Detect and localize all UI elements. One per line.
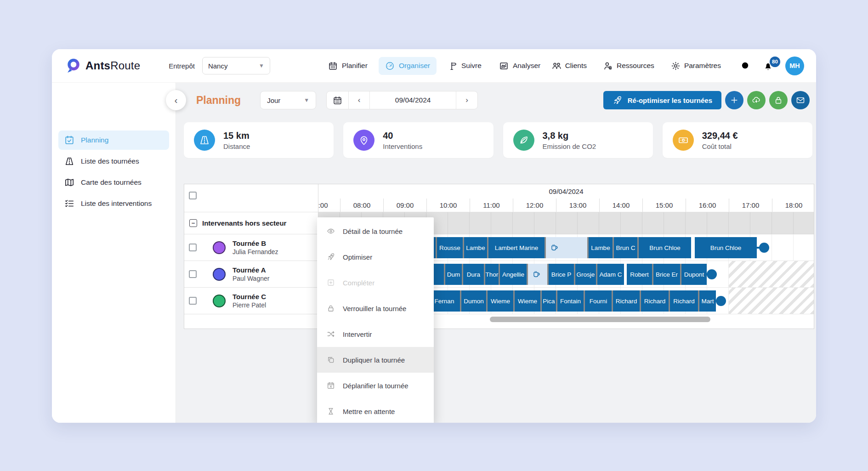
gantt-bar[interactable]: Adam C	[597, 264, 624, 285]
nav-item-parametres[interactable]: Paramètres	[671, 61, 721, 71]
sidebar-item-liste-des-tournees[interactable]: Liste des tournées	[58, 152, 169, 171]
gantt-bar[interactable]: Lambe	[589, 237, 613, 258]
gantt-bar[interactable]: Thor	[485, 264, 499, 285]
tour-name: Tournée B	[233, 239, 278, 247]
add-button[interactable]	[725, 91, 743, 109]
main-content: ‹ Planning Jour ▼ ‹ 09/04/2024 › Ré-opti…	[176, 83, 816, 423]
brand-text: AntsRoute	[85, 59, 140, 72]
route-end-marker[interactable]	[707, 269, 717, 279]
menu-item-optimiser[interactable]: Optimiser	[317, 244, 434, 270]
gantt-bar[interactable]: Rousse	[437, 237, 463, 258]
gantt-table: − Intervenants hors secteur Tournée BJul…	[184, 184, 814, 329]
tour-row-label: Tournée CPierre Patel	[184, 288, 318, 314]
gantt-bar-label: Grosje	[577, 271, 595, 278]
gantt-bar-label: Dumon	[464, 298, 484, 305]
route-end-marker[interactable]	[716, 296, 726, 306]
lock-tours-button[interactable]	[769, 91, 788, 109]
sidebar-item-carte-des-tournees[interactable]: Carte des tournées	[58, 173, 169, 192]
tour-row-label: Tournée BJulia Fernandez	[184, 234, 318, 261]
gantt-bar[interactable]: Dura	[463, 264, 484, 285]
antsroute-logo-icon	[65, 57, 81, 74]
notification-badge: 80	[770, 57, 780, 67]
sidebar-item-planning[interactable]: Planning	[58, 131, 169, 150]
nav-item-label: Suivre	[461, 62, 482, 70]
collapse-sidebar-button[interactable]: ‹	[166, 90, 186, 110]
gantt-bar[interactable]: Lambe	[464, 237, 487, 258]
gantt-bar[interactable]: Fontain	[557, 290, 584, 312]
gantt-break[interactable]	[528, 264, 547, 285]
timeline-hours-header: 07:0008:0009:0010:0011:0012:0013:0014:00…	[318, 199, 814, 212]
sidebar-item-label: Planning	[81, 136, 108, 144]
gantt-bar[interactable]: Grosje	[575, 264, 596, 285]
gantt-bar[interactable]: Dum	[445, 264, 462, 285]
gantt-bar[interactable]: Brun Chloe	[639, 237, 691, 258]
menu-item-dupliquer-la-tournee[interactable]: Dupliquer la tournée	[317, 347, 434, 373]
gantt-bar[interactable]: Wieme	[488, 290, 513, 312]
menu-item-verrouiller-la-tournee[interactable]: Verrouiller la tournée	[317, 295, 434, 321]
gantt-bar[interactable]: Fourni	[585, 290, 612, 312]
signpost-icon	[448, 61, 457, 71]
menu-item-mettre-en-attente[interactable]: Mettre en attente	[317, 398, 434, 423]
menu-item-deplanifier-la-tournee[interactable]: Déplanifier la tournée	[317, 373, 434, 398]
gantt-bar[interactable]: Brice P	[549, 264, 574, 285]
nav-item-ressources[interactable]: Ressources	[603, 61, 654, 71]
plus-icon	[730, 96, 739, 105]
nav-item-planifier[interactable]: Planifier	[322, 57, 374, 75]
stat-icon-bubble	[353, 130, 374, 151]
app-logo[interactable]: AntsRoute	[65, 57, 140, 74]
horizontal-scrollbar[interactable]	[490, 317, 710, 322]
notifications-button[interactable]: 80	[763, 61, 773, 71]
previous-day-button[interactable]: ‹	[349, 91, 370, 109]
current-date[interactable]: 09/04/2024	[370, 91, 456, 109]
gantt-bar[interactable]: Richard	[641, 290, 669, 312]
export-button[interactable]	[747, 91, 766, 109]
stat-icon-bubble	[673, 130, 694, 151]
gantt-bar[interactable]: Richard	[670, 290, 698, 312]
send-mail-button[interactable]	[791, 91, 810, 109]
menu-item-intervertir[interactable]: Intervertir	[317, 321, 434, 347]
menu-item-label: Détail de la tournée	[343, 227, 403, 235]
gantt-bar[interactable]: Lambert Marine	[488, 237, 545, 258]
sidebar-item-liste-des-interventions[interactable]: Liste des interventions	[58, 194, 169, 213]
timeline-hour: 11:00	[470, 199, 513, 212]
route-end-marker[interactable]	[759, 243, 769, 253]
gantt-bar[interactable]: Brun Chloe	[695, 237, 757, 258]
gantt-bar[interactable]: Richard	[613, 290, 640, 312]
gantt-bar[interactable]: Dumon	[461, 290, 486, 312]
stat-value: 329,44 €	[702, 131, 738, 141]
gantt-bar[interactable]: Brice Er	[653, 264, 680, 285]
stat-icon-bubble	[513, 130, 534, 151]
sidebar-item-label: Carte des tournées	[81, 178, 142, 187]
nav-item-analyser[interactable]: Analyser	[493, 57, 547, 75]
gantt-bar[interactable]: Angellie	[500, 264, 527, 285]
nav-item-suivre[interactable]: Suivre	[441, 57, 488, 75]
warehouse-select[interactable]: Nancy ▼	[202, 57, 270, 74]
nav-item-clients[interactable]: Clients	[552, 61, 587, 71]
chart-icon	[499, 61, 509, 71]
gantt-bar[interactable]: Wieme	[515, 290, 540, 312]
gantt-bar[interactable]: Pica	[542, 290, 556, 312]
reoptimize-button[interactable]: Ré-optimiser les tournées	[603, 91, 721, 109]
gantt-bar[interactable]: Dupont	[681, 264, 707, 285]
gantt-bar[interactable]: Mart	[699, 290, 716, 312]
collapse-group-icon[interactable]: −	[189, 219, 197, 227]
select-all-checkbox[interactable]	[189, 192, 197, 199]
menu-item-detail-de-la-tournee[interactable]: Détail de la tournée	[317, 218, 434, 244]
tour-color-dot	[213, 268, 226, 281]
tour-checkbox[interactable]	[189, 297, 197, 305]
nav-item-organiser[interactable]: Organiser	[379, 57, 437, 75]
stat-card-cout-total: 329,44 €Coût total	[663, 122, 812, 158]
tour-checkbox[interactable]	[189, 270, 197, 278]
stat-text: 15 kmDistance	[223, 131, 250, 150]
gantt-bar[interactable]: Robert	[627, 264, 652, 285]
gantt-break[interactable]	[546, 237, 587, 258]
search-icon[interactable]	[740, 61, 751, 71]
next-day-button[interactable]: ›	[456, 91, 477, 109]
view-selector[interactable]: Jour ▼	[260, 91, 316, 109]
avatar[interactable]: MH	[785, 57, 804, 75]
calendar-picker-button[interactable]	[327, 91, 349, 109]
calendar-icon	[328, 61, 338, 71]
tour-checkbox[interactable]	[189, 244, 197, 251]
gantt-bar[interactable]: Brun C	[614, 237, 637, 258]
sidebar-item-label: Liste des tournées	[81, 157, 139, 165]
